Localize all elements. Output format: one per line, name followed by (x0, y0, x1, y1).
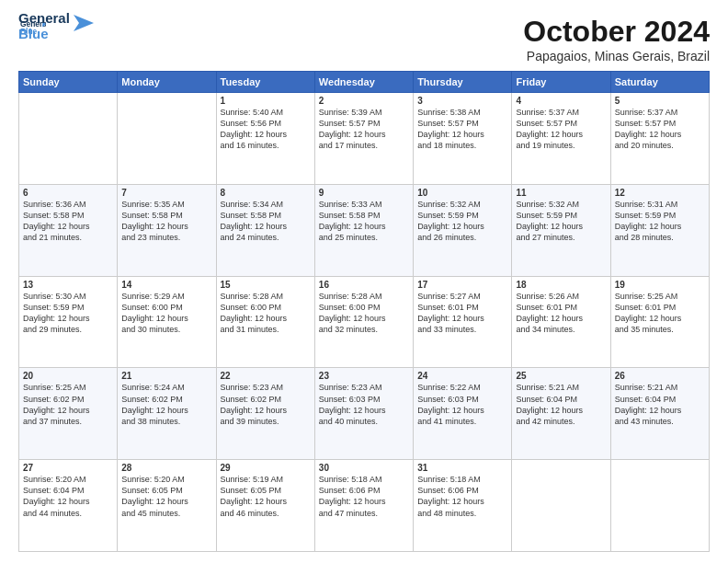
cell-info: Sunrise: 5:25 AM Sunset: 6:01 PM Dayligh… (615, 291, 705, 336)
cell-info: Sunrise: 5:21 AM Sunset: 6:04 PM Dayligh… (516, 382, 606, 427)
calendar-cell: 15Sunrise: 5:28 AM Sunset: 6:00 PM Dayli… (216, 276, 314, 368)
calendar-day-header: Monday (118, 72, 216, 93)
day-number: 18 (516, 280, 606, 290)
calendar-table: SundayMondayTuesdayWednesdayThursdayFrid… (18, 71, 710, 552)
day-number: 17 (417, 280, 507, 290)
calendar-cell: 5Sunrise: 5:37 AM Sunset: 5:57 PM Daylig… (610, 93, 709, 185)
calendar-cell (512, 460, 610, 552)
calendar-week-row: 20Sunrise: 5:25 AM Sunset: 6:02 PM Dayli… (19, 368, 710, 460)
calendar-cell: 3Sunrise: 5:38 AM Sunset: 5:57 PM Daylig… (414, 93, 512, 185)
cell-info: Sunrise: 5:23 AM Sunset: 6:03 PM Dayligh… (319, 382, 409, 427)
day-number: 21 (121, 371, 211, 381)
cell-info: Sunrise: 5:34 AM Sunset: 5:58 PM Dayligh… (221, 199, 311, 244)
calendar-cell: 29Sunrise: 5:19 AM Sunset: 6:05 PM Dayli… (216, 460, 314, 552)
cell-info: Sunrise: 5:28 AM Sunset: 6:00 PM Dayligh… (221, 291, 311, 336)
logo-blue: Blue (18, 27, 70, 42)
cell-info: Sunrise: 5:18 AM Sunset: 6:06 PM Dayligh… (319, 474, 409, 519)
cell-info: Sunrise: 5:38 AM Sunset: 5:57 PM Dayligh… (417, 107, 507, 152)
calendar-week-row: 27Sunrise: 5:20 AM Sunset: 6:04 PM Dayli… (19, 460, 710, 552)
cell-info: Sunrise: 5:35 AM Sunset: 5:58 PM Dayligh… (121, 199, 211, 244)
calendar-day-header: Wednesday (314, 72, 413, 93)
calendar-week-row: 1Sunrise: 5:40 AM Sunset: 5:56 PM Daylig… (19, 93, 710, 185)
cell-info: Sunrise: 5:25 AM Sunset: 6:02 PM Dayligh… (23, 382, 113, 427)
cell-info: Sunrise: 5:37 AM Sunset: 5:57 PM Dayligh… (615, 107, 705, 152)
calendar-cell: 8Sunrise: 5:34 AM Sunset: 5:58 PM Daylig… (216, 184, 314, 276)
day-number: 1 (221, 96, 311, 106)
title-block: October 2024 Papagaios, Minas Gerais, Br… (523, 15, 710, 63)
cell-info: Sunrise: 5:37 AM Sunset: 5:57 PM Dayligh… (516, 107, 606, 152)
calendar-cell: 24Sunrise: 5:22 AM Sunset: 6:03 PM Dayli… (414, 368, 512, 460)
day-number: 13 (23, 280, 113, 290)
calendar-cell: 16Sunrise: 5:28 AM Sunset: 6:00 PM Dayli… (314, 276, 413, 368)
calendar-cell: 13Sunrise: 5:30 AM Sunset: 5:59 PM Dayli… (19, 276, 118, 368)
calendar-week-row: 13Sunrise: 5:30 AM Sunset: 5:59 PM Dayli… (19, 276, 710, 368)
calendar-header-row: SundayMondayTuesdayWednesdayThursdayFrid… (19, 72, 710, 93)
cell-info: Sunrise: 5:31 AM Sunset: 5:59 PM Dayligh… (615, 199, 705, 244)
cell-info: Sunrise: 5:26 AM Sunset: 6:01 PM Dayligh… (516, 291, 606, 336)
cell-info: Sunrise: 5:18 AM Sunset: 6:06 PM Dayligh… (417, 474, 507, 519)
calendar-cell: 14Sunrise: 5:29 AM Sunset: 6:00 PM Dayli… (118, 276, 216, 368)
cell-info: Sunrise: 5:20 AM Sunset: 6:04 PM Dayligh… (23, 474, 113, 519)
calendar-cell: 10Sunrise: 5:32 AM Sunset: 5:59 PM Dayli… (414, 184, 512, 276)
calendar-cell (118, 93, 216, 185)
day-number: 29 (221, 463, 311, 473)
day-number: 5 (615, 96, 705, 106)
calendar-cell: 30Sunrise: 5:18 AM Sunset: 6:06 PM Dayli… (314, 460, 413, 552)
day-number: 6 (23, 188, 113, 198)
day-number: 2 (319, 96, 409, 106)
svg-marker-3 (74, 15, 94, 31)
calendar-cell: 21Sunrise: 5:24 AM Sunset: 6:02 PM Dayli… (118, 368, 216, 460)
day-number: 31 (417, 463, 507, 473)
cell-info: Sunrise: 5:27 AM Sunset: 6:01 PM Dayligh… (417, 291, 507, 336)
calendar-day-header: Tuesday (216, 72, 314, 93)
calendar-cell: 27Sunrise: 5:20 AM Sunset: 6:04 PM Dayli… (19, 460, 118, 552)
cell-info: Sunrise: 5:29 AM Sunset: 6:00 PM Dayligh… (121, 291, 211, 336)
calendar-cell: 18Sunrise: 5:26 AM Sunset: 6:01 PM Dayli… (512, 276, 610, 368)
calendar-cell: 22Sunrise: 5:23 AM Sunset: 6:02 PM Dayli… (216, 368, 314, 460)
day-number: 22 (221, 371, 311, 381)
calendar-day-header: Saturday (610, 72, 709, 93)
cell-info: Sunrise: 5:32 AM Sunset: 5:59 PM Dayligh… (417, 199, 507, 244)
cell-info: Sunrise: 5:23 AM Sunset: 6:02 PM Dayligh… (221, 382, 311, 427)
cell-info: Sunrise: 5:24 AM Sunset: 6:02 PM Dayligh… (121, 382, 211, 427)
calendar-cell (19, 93, 118, 185)
day-number: 25 (516, 371, 606, 381)
calendar-cell: 4Sunrise: 5:37 AM Sunset: 5:57 PM Daylig… (512, 93, 610, 185)
calendar-cell: 19Sunrise: 5:25 AM Sunset: 6:01 PM Dayli… (610, 276, 709, 368)
calendar-cell: 2Sunrise: 5:39 AM Sunset: 5:57 PM Daylig… (314, 93, 413, 185)
day-number: 8 (221, 188, 311, 198)
header: General Blue General Blue October 2024 P… (18, 15, 710, 63)
day-number: 3 (417, 96, 507, 106)
calendar-cell: 9Sunrise: 5:33 AM Sunset: 5:58 PM Daylig… (314, 184, 413, 276)
calendar-day-header: Friday (512, 72, 610, 93)
day-number: 12 (615, 188, 705, 198)
day-number: 16 (319, 280, 409, 290)
day-number: 15 (221, 280, 311, 290)
calendar-cell: 12Sunrise: 5:31 AM Sunset: 5:59 PM Dayli… (610, 184, 709, 276)
day-number: 24 (417, 371, 507, 381)
cell-info: Sunrise: 5:33 AM Sunset: 5:58 PM Dayligh… (319, 199, 409, 244)
cell-info: Sunrise: 5:36 AM Sunset: 5:58 PM Dayligh… (23, 199, 113, 244)
logo: General Blue General Blue (18, 15, 94, 41)
month-title: October 2024 (523, 15, 710, 49)
cell-info: Sunrise: 5:40 AM Sunset: 5:56 PM Dayligh… (221, 107, 311, 152)
cell-info: Sunrise: 5:20 AM Sunset: 6:05 PM Dayligh… (121, 474, 211, 519)
day-number: 9 (319, 188, 409, 198)
calendar-day-header: Sunday (19, 72, 118, 93)
day-number: 30 (319, 463, 409, 473)
cell-info: Sunrise: 5:32 AM Sunset: 5:59 PM Dayligh… (516, 199, 606, 244)
day-number: 10 (417, 188, 507, 198)
calendar-cell: 1Sunrise: 5:40 AM Sunset: 5:56 PM Daylig… (216, 93, 314, 185)
calendar-cell: 20Sunrise: 5:25 AM Sunset: 6:02 PM Dayli… (19, 368, 118, 460)
day-number: 7 (121, 188, 211, 198)
calendar-cell: 28Sunrise: 5:20 AM Sunset: 6:05 PM Dayli… (118, 460, 216, 552)
day-number: 26 (615, 371, 705, 381)
location: Papagaios, Minas Gerais, Brazil (523, 49, 710, 63)
calendar-cell: 7Sunrise: 5:35 AM Sunset: 5:58 PM Daylig… (118, 184, 216, 276)
cell-info: Sunrise: 5:28 AM Sunset: 6:00 PM Dayligh… (319, 291, 409, 336)
calendar-cell: 23Sunrise: 5:23 AM Sunset: 6:03 PM Dayli… (314, 368, 413, 460)
day-number: 28 (121, 463, 211, 473)
cell-info: Sunrise: 5:21 AM Sunset: 6:04 PM Dayligh… (615, 382, 705, 427)
calendar-cell: 26Sunrise: 5:21 AM Sunset: 6:04 PM Dayli… (610, 368, 709, 460)
logo-general: General (18, 11, 70, 27)
